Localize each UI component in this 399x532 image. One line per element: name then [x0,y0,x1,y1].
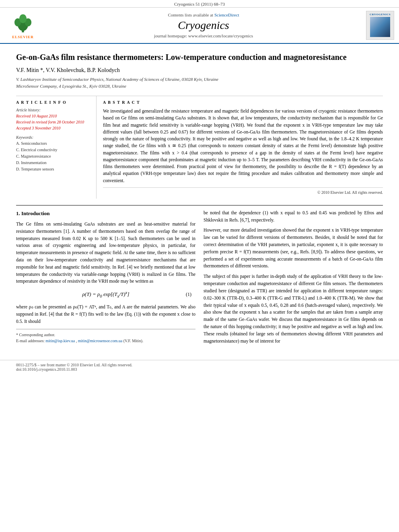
email-1[interactable]: mitin@isp.kiev.ua [45,339,75,343]
copyright-line: © 2010 Elsevier Ltd. All rights reserved… [103,187,383,195]
left-column: 1. Introduction The Ge films on semi-ins… [16,210,195,348]
elsevier-logo: ELSEVIER [5,11,41,40]
equation-row: ρ(T) = ρ0 exp[(Tx/T)x] (1) [16,289,195,300]
equation-number-1: (1) [179,291,191,298]
article-info-panel: A R T I C L E I N F O Article history: R… [16,96,97,199]
affiliation-2: MicroSensor Company, 4 Lysogirska St., K… [16,83,383,90]
keywords-section: Keywords: A. Semiconductors C. Electrica… [16,135,91,173]
email-suffix: (V.F. Mitin). [123,339,144,343]
abstract-text: We investigated and generalized the resi… [103,108,383,184]
abstract-title: A B S T R A C T [103,100,383,105]
authors-text: V.F. Mitin *, V.V. Kholevchuk, B.P. Kolo… [16,67,120,73]
accepted-date: Accepted 3 November 2010 [16,125,91,131]
elsevier-tree-icon [11,12,35,34]
sciencedirect-link[interactable]: ScienceDirect [214,12,239,17]
journal-info: Contents lists available at ScienceDirec… [45,11,362,40]
article-info-title: A R T I C L E I N F O [16,100,91,105]
keywords-label: Keywords: [16,135,91,140]
main-content: Ge-on-GaAs film resistance thermometers:… [0,44,399,356]
corresponding-note: * Corresponding author. [16,332,195,338]
affiliations: V. Lashkaryov Institute of Semiconductor… [16,76,383,89]
info-row: A R T I C L E I N F O Article history: R… [16,96,383,199]
email-line: E-mail addresses: mitin@isp.kiev.ua , mi… [16,338,195,344]
svg-point-4 [19,14,27,23]
bottom-bar: 0011-2275/$ – see front matter © 2010 El… [0,360,399,374]
section-divider [16,205,383,205]
journal-homepage: journal homepage: www.elsevier.com/locat… [154,33,253,38]
email-label: E-mail addresses: [16,339,45,343]
revised-date: Received in revised form 28 October 2010 [16,119,91,125]
right-para-2: However, our more detailed investigation… [204,227,383,270]
intro-para-1: The Ge films on semi-insulating GaAs sub… [16,221,195,285]
citation-text: Cryogenics 51 (2011) 68–73 [174,2,225,6]
sciencedirect-line: Contents lists available at ScienceDirec… [168,12,239,17]
journal-header: ELSEVIER Contents lists available at Sci… [0,8,399,44]
citation-bar: Cryogenics 51 (2011) 68–73 [0,0,399,8]
authors-line: V.F. Mitin *, V.V. Kholevchuk, B.P. Kolo… [16,67,383,74]
email-2[interactable]: mitin@microsensor.com.ua [78,339,122,343]
doi-line: doi:10.1016/j.cryogenics.2010.11.003 [16,367,383,372]
right-para-3: The subject of this paper is further in-… [204,273,383,345]
section-1-heading: 1. Introduction [16,210,195,218]
keyword-2: C. Electrical conductivity [16,147,91,153]
article-title: Ge-on-GaAs film resistance thermometers:… [16,52,383,62]
keyword-1: A. Semiconductors [16,140,91,147]
history-label: Article history: [16,108,91,112]
issn-line: 0011-2275/$ – see front matter © 2010 El… [16,363,383,367]
keyword-4: D. Instrumentation [16,160,91,166]
abstract-panel: A B S T R A C T We investigated and gene… [97,96,383,199]
article-history: Article history: Received 10 August 2010… [16,108,91,131]
affiliation-1: V. Lashkaryov Institute of Semiconductor… [16,76,383,83]
intro-para-2: where ρ₀ can be presented as ρ₀(T) = ATⁿ… [16,304,195,325]
body-columns: 1. Introduction The Ge films on semi-ins… [16,210,383,348]
elsevier-brand-text: ELSEVIER [12,35,34,39]
cover-image [370,17,390,37]
journal-title: Cryogenics [178,19,229,32]
keyword-3: C. Magnetoresistance [16,153,91,160]
equation-1: ρ(T) = ρ0 exp[(Tx/T)x] [32,289,179,300]
footnote-section: * Corresponding author. E-mail addresses… [16,329,195,344]
right-para-1: be noted that the dependence (1) with x … [204,210,383,224]
keyword-5: D. Temperature sensors [16,166,91,173]
received-date: Received 10 August 2010 [16,113,91,119]
cover-title: CRYOGENICS [370,13,391,16]
right-column: be noted that the dependence (1) with x … [204,210,383,348]
journal-cover: CRYOGENICS [366,11,394,40]
